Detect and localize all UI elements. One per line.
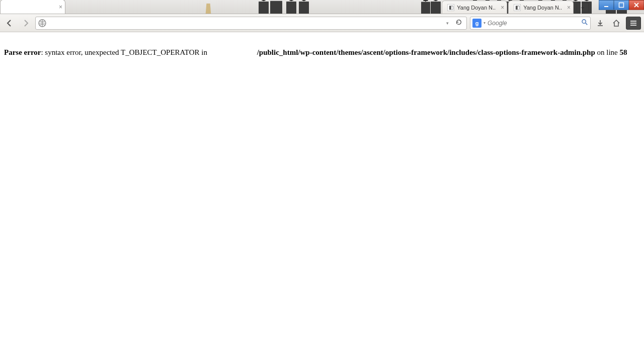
svg-point-3 <box>582 20 586 23</box>
tab-close-icon[interactable]: × <box>59 4 62 10</box>
search-input[interactable] <box>488 20 579 27</box>
svg-rect-0 <box>604 6 608 7</box>
back-button[interactable] <box>3 17 16 30</box>
favicon-icon: ◧ <box>514 4 521 11</box>
error-message: : syntax error, unexpected T_OBJECT_OPER… <box>41 48 209 56</box>
home-icon <box>612 19 620 27</box>
close-icon <box>633 2 639 8</box>
downloads-icon <box>596 19 604 27</box>
search-bar[interactable]: g ▾ <box>470 17 591 30</box>
tab-label: Yang Doyan N.. <box>523 5 562 11</box>
hamburger-icon <box>629 20 637 27</box>
favicon-icon: ◧ <box>447 4 454 11</box>
search-engine-dropdown-icon[interactable]: ▾ <box>484 21 486 25</box>
tab-active-blank[interactable]: × <box>0 0 65 14</box>
arrow-left-icon <box>6 19 14 27</box>
forward-button[interactable] <box>19 17 32 30</box>
tab-label: Yang Doyan N.. <box>457 5 496 11</box>
reload-icon <box>455 19 462 26</box>
error-path: /public_html/wp-content/themes/ascent/op… <box>257 48 595 56</box>
tab-bg-1[interactable]: ◧ Yang Doyan N.. × <box>442 1 507 14</box>
window-controls <box>599 0 644 10</box>
navigation-toolbar: ▾ g ▾ <box>0 14 644 32</box>
php-error-line: Parse error: syntax error, unexpected T_… <box>4 47 640 57</box>
tab-close-icon[interactable]: × <box>501 5 504 11</box>
minimize-icon <box>603 2 609 8</box>
url-dropdown-icon[interactable]: ▾ <box>445 21 450 26</box>
url-bar[interactable]: ▾ <box>35 17 467 30</box>
arrow-right-icon <box>22 19 30 27</box>
page-content: Parse error: syntax error, unexpected T_… <box>0 32 644 61</box>
reload-button[interactable] <box>453 19 464 28</box>
url-input[interactable] <box>50 20 442 27</box>
globe-icon <box>38 19 47 28</box>
search-engine-icon[interactable]: g <box>472 19 481 28</box>
magnifier-icon <box>581 19 588 26</box>
maximize-icon <box>618 2 624 8</box>
site-identity-icon[interactable] <box>38 19 47 28</box>
error-line-number: 58 <box>620 48 627 56</box>
tab-strip: × ◧ Yang Doyan N.. × ◧ Yang Doyan N.. × … <box>0 0 644 14</box>
error-on-line: on line <box>595 48 620 56</box>
window-close-button[interactable] <box>629 0 644 10</box>
window-maximize-button[interactable] <box>614 0 629 10</box>
downloads-button[interactable] <box>594 17 607 30</box>
error-label: Parse error <box>4 48 41 56</box>
tab-close-icon[interactable]: × <box>567 5 571 11</box>
svg-rect-1 <box>619 3 624 8</box>
home-button[interactable] <box>610 17 623 30</box>
menu-button[interactable] <box>626 17 641 30</box>
window-minimize-button[interactable] <box>599 0 614 10</box>
new-tab-button[interactable]: + <box>577 3 589 13</box>
search-go-button[interactable] <box>581 19 588 28</box>
tab-bg-2[interactable]: ◧ Yang Doyan N.. × <box>508 1 574 14</box>
